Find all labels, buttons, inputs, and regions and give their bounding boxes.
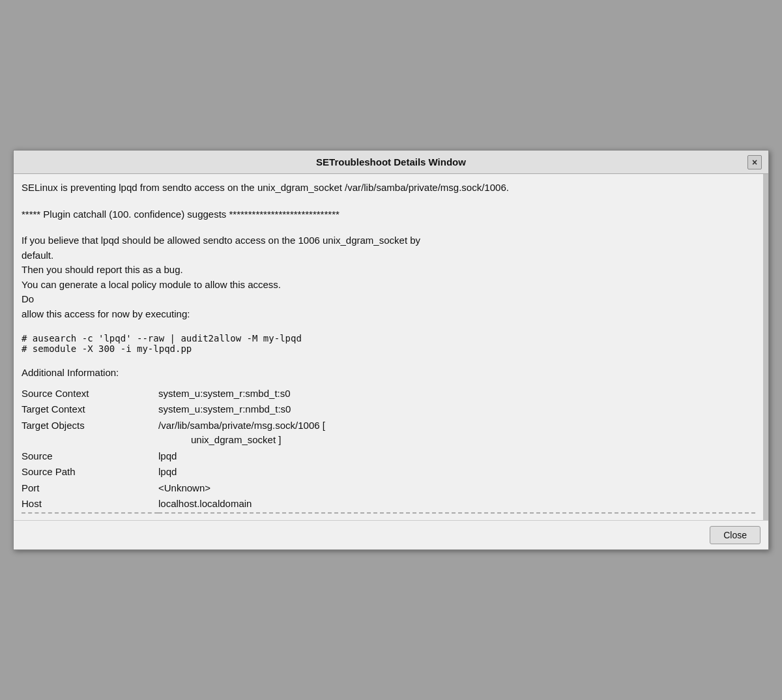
close-button[interactable]: Close [710, 526, 760, 544]
suggestion-line-1b: default. [22, 248, 755, 263]
target-objects-value: /var/lib/samba/private/msg.sock/1006 [ u… [158, 418, 755, 448]
dialog-content: SELinux is preventing lpqd from sendto a… [14, 174, 768, 520]
command-2: # semodule -X 300 -i my-lpqd.pp [22, 343, 755, 354]
suggestion-block: If you believe that lpqd should be allow… [22, 233, 755, 321]
titlebar-close-button[interactable]: × [747, 155, 762, 169]
port-value: <Unknown> [158, 480, 755, 497]
suggestion-line-1: If you believe that lpqd should be allow… [22, 233, 755, 248]
port-label: Port [22, 480, 158, 497]
dialog-title: SETroubleshoot Details Window [35, 156, 747, 168]
suggestion-line-2: Then you should report this as a bug. [22, 263, 755, 278]
commands-block: # ausearch -c 'lpqd' --raw | audit2allow… [22, 333, 755, 354]
source-context-value: system_u:system_r:smbd_t:s0 [158, 386, 755, 402]
table-row: Port <Unknown> [22, 480, 755, 497]
source-label: Source [22, 448, 158, 465]
table-row: Source Context system_u:system_r:smbd_t:… [22, 386, 755, 402]
table-row: Host localhost.localdomain [22, 496, 755, 513]
dialog-window: SETroubleshoot Details Window × SELinux … [13, 150, 769, 550]
table-row: Source Path lpqd [22, 464, 755, 480]
dialog-footer: Close [14, 520, 768, 549]
target-objects-label: Target Objects [22, 418, 158, 448]
command-1: # ausearch -c 'lpqd' --raw | audit2allow… [22, 333, 755, 343]
source-path-label: Source Path [22, 464, 158, 480]
additional-info-label: Additional Information: [22, 366, 755, 381]
host-label: Host [22, 496, 158, 513]
info-table: Source Context system_u:system_r:smbd_t:… [22, 386, 755, 514]
host-value: localhost.localdomain [158, 496, 755, 513]
source-value: lpqd [158, 448, 755, 465]
plugin-header: ***** Plugin catchall (100. confidence) … [22, 207, 755, 222]
source-path-value: lpqd [158, 464, 755, 480]
additional-info-block: Additional Information: Source Context s… [22, 366, 755, 514]
titlebar: SETroubleshoot Details Window × [14, 151, 768, 174]
suggestion-line-3: You can generate a local policy module t… [22, 278, 755, 293]
target-context-value: system_u:system_r:nmbd_t:s0 [158, 401, 755, 418]
main-message: SELinux is preventing lpqd from sendto a… [22, 181, 755, 196]
suggestion-line-5: allow this access for now by executing: [22, 307, 755, 322]
source-context-label: Source Context [22, 386, 158, 402]
target-context-label: Target Context [22, 401, 158, 418]
suggestion-line-4: Do [22, 292, 755, 307]
table-row: Target Objects /var/lib/samba/private/ms… [22, 418, 755, 448]
table-row: Source lpqd [22, 448, 755, 465]
table-row: Target Context system_u:system_r:nmbd_t:… [22, 401, 755, 418]
